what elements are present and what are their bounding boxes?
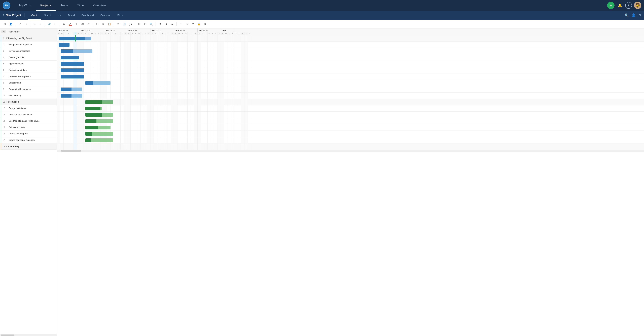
redo-button[interactable]: ↪ xyxy=(23,21,28,27)
zoom-button[interactable]: 🔍 xyxy=(148,21,154,27)
tab-files[interactable]: Files xyxy=(114,11,126,20)
add-task-button[interactable]: ⊕ xyxy=(2,21,7,27)
task-row[interactable]: 17Create additional materials xyxy=(0,137,56,143)
edit-button[interactable]: ✏ xyxy=(116,21,121,27)
comment-button[interactable]: 💬 xyxy=(128,21,133,27)
lock-button[interactable]: 🔒 xyxy=(196,21,202,27)
paste-button[interactable]: 📋 xyxy=(107,21,112,27)
filter-alt-button[interactable]: ▽ xyxy=(184,21,190,27)
scroll-thumb[interactable] xyxy=(1,335,14,336)
tab-dashboard[interactable]: Dashboard xyxy=(78,11,97,20)
task-row[interactable]: 13Print and mail invitations xyxy=(0,111,56,118)
row-number: 8 xyxy=(1,82,6,84)
gantt-bar[interactable]: Set goals and objectives 100% xyxy=(58,43,70,47)
indent-button[interactable]: ➡ xyxy=(38,21,43,27)
task-row[interactable]: 16Create the program xyxy=(0,130,56,137)
task-row[interactable]: 10Plan itinerary xyxy=(0,92,56,99)
task-row[interactable]: 14Use Marketing and PR to adve... xyxy=(0,118,56,124)
task-row[interactable]: 15Sell event tickets xyxy=(0,124,56,130)
shape-button[interactable]: ◇ xyxy=(86,21,91,27)
settings-button[interactable]: ⚙ xyxy=(202,21,208,27)
task-row[interactable]: 7Contract with suppliers xyxy=(0,73,56,80)
task-row[interactable]: 8Select menu xyxy=(0,80,56,86)
task-row[interactable]: 4Create guest list xyxy=(0,54,56,60)
gantt-bar[interactable] xyxy=(86,100,113,104)
gantt-bar[interactable] xyxy=(86,81,110,85)
fill-color-button[interactable]: ◊ xyxy=(74,21,79,27)
gantt-bar[interactable] xyxy=(60,87,82,91)
import-button[interactable]: ⬇ xyxy=(164,21,169,27)
nav-my-work[interactable]: My Work xyxy=(14,0,36,11)
tab-sheet[interactable]: Sheet xyxy=(41,11,54,20)
app-logo[interactable]: PM xyxy=(3,1,10,9)
add-person-button[interactable]: 👤 xyxy=(8,21,14,27)
undo-button[interactable]: ↩ xyxy=(17,21,22,27)
task-row[interactable]: 9Contract with speakers xyxy=(0,86,56,92)
columns-button[interactable]: ⊞ xyxy=(136,21,142,27)
filter-button[interactable]: ⊽ xyxy=(190,21,196,27)
help-button[interactable]: ? xyxy=(625,2,632,9)
day-bg-cell xyxy=(141,105,144,111)
day-bg-cell xyxy=(147,118,151,124)
print-button[interactable]: 🖨 xyxy=(170,21,175,27)
gantt-bar[interactable] xyxy=(86,132,113,136)
user-settings-icon[interactable]: 👤 xyxy=(632,13,636,17)
gantt-bar[interactable] xyxy=(86,113,113,117)
tab-calendar[interactable]: Calendar xyxy=(97,11,114,20)
task-row[interactable]: 12Design invitations xyxy=(0,105,56,111)
group-collapse-icon[interactable]: ▽ xyxy=(6,101,7,103)
gantt-area[interactable]: DEC, 12 '21DEC, 19 '21DEC, 26 '21JAN, 2 … xyxy=(57,28,644,336)
avatar[interactable]: 🧔 xyxy=(634,2,641,9)
tab-list[interactable]: List xyxy=(54,11,65,20)
gantt-bar[interactable]: Approve budget 100% xyxy=(60,62,84,66)
task-row[interactable]: 2Set goals and objectives xyxy=(0,41,56,48)
rows-button[interactable]: ⊟ xyxy=(142,21,148,27)
day-bg-cell xyxy=(77,42,80,48)
gantt-bar[interactable] xyxy=(86,126,110,129)
text-color-button[interactable]: A xyxy=(68,21,73,27)
link-button[interactable]: 🔗 xyxy=(47,21,52,27)
task-row[interactable]: 1▽ Planning the Big Event xyxy=(0,35,56,41)
export-button[interactable]: ⬆ xyxy=(158,21,163,27)
notes-button[interactable]: 📄 xyxy=(122,21,127,27)
dependency-button[interactable]: ⇝ xyxy=(53,21,58,27)
gear-icon[interactable]: ⚙ xyxy=(638,13,641,17)
gantt-bar[interactable]: Design invitations 90% xyxy=(86,107,102,110)
gantt-bar[interactable] xyxy=(86,138,113,142)
cut-button[interactable]: ✂ xyxy=(94,21,100,27)
gantt-bar[interactable]: Book site and date 100% xyxy=(60,68,84,72)
search-icon[interactable]: 🔍 xyxy=(624,13,629,17)
all-button[interactable]: All xyxy=(1,30,6,33)
task-row[interactable]: 5Approve budget xyxy=(0,60,56,67)
tab-gantt[interactable]: Gantt xyxy=(28,11,41,20)
nav-team[interactable]: Team xyxy=(56,0,73,11)
notifications-button[interactable]: 🔔 xyxy=(616,2,623,9)
delete-button[interactable]: 🗑 xyxy=(62,21,67,27)
group-collapse-icon[interactable]: ▽ xyxy=(6,145,7,147)
hamburger-icon[interactable]: ≡ xyxy=(3,13,4,17)
task-row[interactable]: 3Develop sponsorships xyxy=(0,48,56,54)
task-row[interactable]: 11▽ Promotion xyxy=(0,99,56,105)
nav-projects[interactable]: Projects xyxy=(36,0,56,11)
add-button[interactable]: + xyxy=(607,2,614,9)
gantt-bar[interactable]: Contract with suppliers 100% xyxy=(60,75,84,78)
day-bg-cell xyxy=(164,61,168,67)
nav-time[interactable]: Time xyxy=(73,0,88,11)
outdent-button[interactable]: ⬅ xyxy=(32,21,37,27)
tab-board[interactable]: Board xyxy=(65,11,78,20)
number-format-button[interactable]: 123 xyxy=(80,21,85,27)
gantt-bar[interactable] xyxy=(60,94,82,98)
copy-button[interactable]: ⧉ xyxy=(101,21,106,27)
nav-overview[interactable]: Overview xyxy=(88,0,110,11)
gantt-scroll-thumb[interactable] xyxy=(61,150,81,152)
group-collapse-icon[interactable]: ▽ xyxy=(6,37,7,39)
gantt-scrollbar[interactable] xyxy=(57,150,644,152)
info-button[interactable]: ℹ xyxy=(178,21,184,27)
task-row[interactable]: 18▽ Event Prep xyxy=(0,143,56,150)
gantt-bar[interactable] xyxy=(60,49,92,53)
task-list-scrollbar[interactable] xyxy=(0,334,56,336)
gantt-bar[interactable] xyxy=(58,37,91,40)
gantt-bar[interactable] xyxy=(86,119,113,123)
gantt-bar[interactable]: Create guest list 100% xyxy=(60,56,79,59)
task-row[interactable]: 6Book site and date xyxy=(0,67,56,73)
